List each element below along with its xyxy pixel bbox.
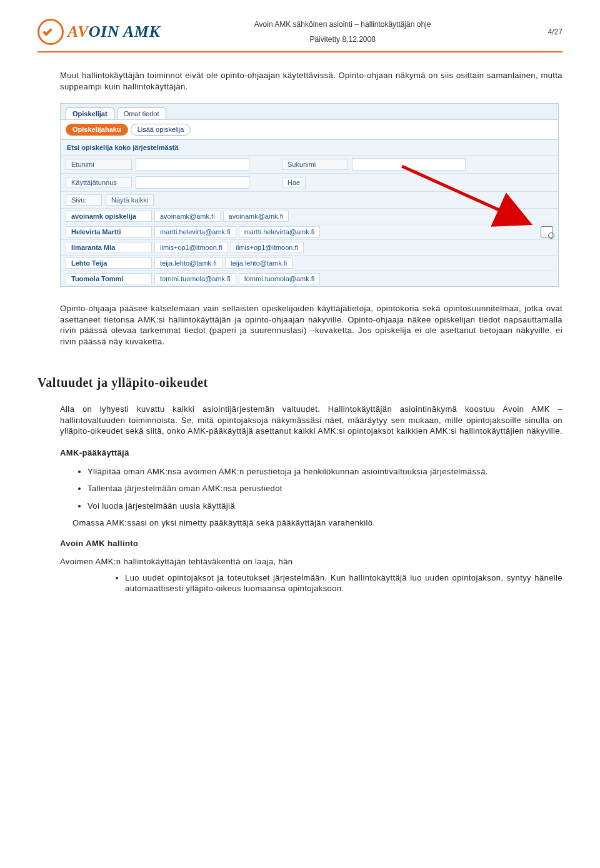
result-name[interactable]: avoinamk opiskelija	[66, 211, 152, 222]
header-rule	[38, 51, 562, 52]
form-row-sivu: Sivu: Näytä kaikki	[61, 191, 558, 208]
subtab-opiskelijahaku[interactable]: Opiskelijahaku	[66, 124, 128, 136]
list-item: Luo uudet opintojaksot ja toteutukset jä…	[125, 572, 562, 594]
list-amk-paakayttaja: Ylläpitää oman AMK:nsa avoimen AMK:n per…	[88, 466, 562, 512]
header-title-block: Avoin AMK sähköinen asiointi – hallintok…	[160, 20, 525, 44]
input-tunnus[interactable]	[136, 176, 249, 189]
result-row: Lehto Teijateija.lehto@tamk.fiteija.leht…	[61, 255, 558, 271]
tab-opiskelijat[interactable]: Opiskelijat	[66, 107, 114, 119]
result-email-2: ilmis+op1@itmoon.fi	[231, 242, 304, 253]
input-etunimi[interactable]	[136, 158, 249, 171]
paragraph-opinto-ohjaaja: Opinto-ohjaaja pääsee katselemaan vain s…	[60, 303, 562, 347]
nayta-kaikki-button[interactable]: Näytä kaikki	[106, 194, 154, 206]
paragraph-hallintokayttaja: Avoimen AMK:n hallintokäyttäjän tehtäväk…	[60, 557, 562, 566]
result-name[interactable]: Tuomola Tommi	[66, 273, 152, 284]
section-valtuudet-title: Valtuudet ja ylläpito-oikeudet	[38, 376, 562, 390]
hae-button[interactable]: Hae	[282, 177, 306, 188]
result-email-2: tommi.tuomola@amk.fi	[239, 273, 321, 284]
result-row: Ilmaranta Miailmis+op1@itmoon.fiilmis+op…	[61, 239, 558, 255]
search-section-title: Etsi opiskelija koko järjestelmästä	[61, 139, 558, 155]
subhead-avoin-amk-hallinto: Avoin AMK hallinto	[60, 539, 562, 548]
embedded-screenshot: Opiskelijat Omat tiedot Opiskelijahaku L…	[60, 103, 559, 287]
paragraph-valtuudet: Alla on lyhyesti kuvattu kaikki asiointi…	[60, 404, 562, 437]
doc-title: Avoin AMK sähköinen asiointi – hallintok…	[254, 20, 431, 29]
input-sukunimi[interactable]	[352, 158, 466, 171]
list-item: Ylläpitää oman AMK:nsa avoimen AMK:n per…	[88, 466, 562, 477]
subhead-amk-paakayttaja: AMK-pääkäyttäjä	[60, 448, 562, 457]
list-hallinto: Luo uudet opintojaksot ja toteutukset jä…	[125, 572, 562, 594]
result-name[interactable]: Ilmaranta Mia	[66, 242, 152, 253]
label-sivu: Sivu:	[66, 194, 102, 206]
list-item: Tallentaa järjestelmään oman AMK:nsa per…	[88, 483, 562, 494]
result-email-1: martti.helevirta@amk.fi	[154, 226, 236, 237]
tab-omat-tiedot[interactable]: Omat tiedot	[117, 107, 166, 119]
doc-date: Päivitetty 8.12.2008	[160, 35, 525, 44]
list-item: Voi luoda järjestelmään uusia käyttäjiä	[88, 501, 562, 512]
result-email-1: teija.lehto@tamk.fi	[154, 257, 222, 269]
label-tunnus: Käyttäjätunnus	[66, 177, 132, 188]
page-number: 4/27	[525, 27, 562, 36]
result-email-1: avoinamk@amk.fi	[154, 211, 221, 222]
form-row-tunnus: Käyttäjätunnus Hae	[61, 173, 558, 191]
page-header: AVOIN AMK Avoin AMK sähköinen asiointi –…	[38, 19, 562, 45]
logo-text: AVOIN AMK	[68, 22, 160, 41]
result-row: Helevirta Marttimartti.helevirta@amk.fim…	[61, 224, 558, 239]
label-sukunimi: Sukunimi	[282, 159, 348, 170]
result-name[interactable]: Lehto Teija	[66, 257, 152, 269]
result-name[interactable]: Helevirta Martti	[66, 226, 152, 237]
form-row-name: Etunimi Sukunimi	[61, 155, 558, 173]
result-email-2: teija.lehto@tamk.fi	[225, 257, 293, 269]
logo-text-a: AV	[68, 22, 89, 41]
paragraph-after-bul1: Omassa AMK:ssasi on yksi nimetty pääkäyt…	[72, 518, 562, 527]
result-row: Tuomola Tommitommi.tuomola@amk.fitommi.t…	[61, 271, 558, 286]
result-row: avoinamk opiskelijaavoinamk@amk.fiavoina…	[61, 208, 558, 224]
logo-text-b: OIN AMK	[89, 22, 161, 41]
result-email-2: avoinamk@amk.fi	[223, 211, 289, 222]
result-email-2: martti.helevirta@amk.fi	[239, 226, 321, 237]
details-icon[interactable]	[541, 226, 553, 237]
label-etunimi: Etunimi	[66, 159, 132, 170]
top-tabs: Opiskelijat Omat tiedot	[61, 104, 558, 119]
intro-paragraph: Muut hallintokäyttäjän toiminnot eivät o…	[60, 70, 562, 92]
logo-mark-icon	[38, 19, 64, 45]
sub-tabs: Opiskelijahaku Lisää opiskelija	[61, 119, 558, 139]
subtab-lisaa-opiskelija[interactable]: Lisää opiskelija	[131, 124, 191, 136]
result-email-1: ilmis+op1@itmoon.fi	[154, 242, 228, 253]
result-email-1: tommi.tuomola@amk.fi	[154, 273, 236, 284]
logo: AVOIN AMK	[38, 19, 160, 45]
